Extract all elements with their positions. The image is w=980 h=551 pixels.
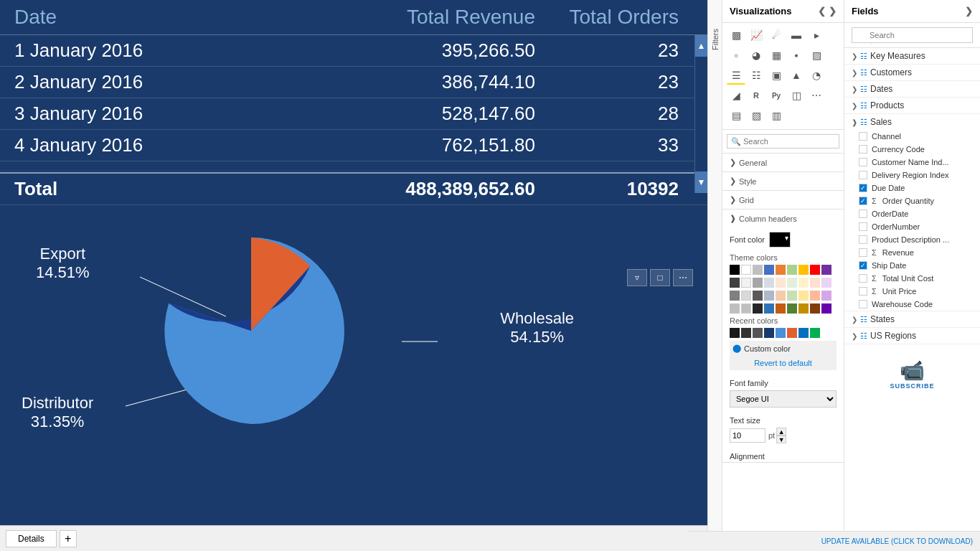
text-size-down[interactable]: ▼: [776, 435, 786, 443]
field-channel-checkbox[interactable]: [859, 132, 867, 141]
viz-icon-custom2[interactable]: ▥: [767, 106, 786, 125]
recent-swatch-1[interactable]: [730, 328, 740, 338]
viz-icon-slicer[interactable]: ▤: [727, 106, 745, 125]
font-color-swatch[interactable]: ▾: [769, 232, 791, 248]
field-delivery-region-checkbox[interactable]: [859, 171, 867, 179]
viz-style-header[interactable]: ❯ Style: [722, 172, 844, 190]
viz-icon-card[interactable]: ▣: [767, 66, 786, 85]
text-size-input[interactable]: [730, 428, 765, 443]
field-delivery-region[interactable]: Delivery Region Index: [844, 169, 980, 182]
swatch-blue[interactable]: [764, 265, 774, 275]
field-channel[interactable]: Channel: [844, 130, 980, 143]
swatch-v2-2[interactable]: [741, 278, 751, 288]
field-order-date[interactable]: OrderDate: [844, 207, 980, 220]
viz-icon-gauge[interactable]: ◔: [807, 66, 826, 85]
revert-to-default-button[interactable]: Revert to default: [730, 356, 837, 370]
viz-icon-line[interactable]: 📈: [747, 26, 765, 44]
field-order-quantity[interactable]: ✓ Σ Order Quantity: [844, 194, 980, 207]
swatch-v2-8[interactable]: [810, 278, 820, 288]
swatch-v2-1[interactable]: [730, 278, 740, 288]
recent-swatch-7[interactable]: [798, 328, 809, 338]
update-bar[interactable]: UPDATE AVAILABLE (CLICK TO DOWNLOAD): [689, 531, 980, 551]
recent-swatch-6[interactable]: [787, 328, 797, 338]
field-revenue[interactable]: Σ Revenue: [844, 246, 980, 259]
field-order-date-checkbox[interactable]: [859, 209, 867, 218]
swatch-v4-7[interactable]: [798, 303, 809, 314]
swatch-purple[interactable]: [821, 265, 831, 275]
viz-icon-more[interactable]: ⋯: [807, 86, 826, 105]
fields-group-sales-header[interactable]: ❱ ☷ Sales: [844, 114, 980, 130]
swatch-v4-3[interactable]: [753, 303, 763, 314]
field-warehouse-code-checkbox[interactable]: [859, 300, 867, 309]
field-customer-name-checkbox[interactable]: [859, 158, 867, 166]
viz-icon-bar[interactable]: ▩: [727, 26, 745, 44]
swatch-v4-2[interactable]: [741, 303, 751, 314]
swatch-black[interactable]: [730, 265, 740, 275]
fields-group-states-header[interactable]: ❯ ☷ States: [844, 311, 980, 327]
fields-collapse-arrow[interactable]: ❯: [965, 6, 973, 17]
subscribe-area[interactable]: 📹 SUBSCRIBE: [890, 359, 934, 390]
viz-icon-treemap[interactable]: ▦: [767, 46, 786, 65]
swatch-v4-1[interactable]: [730, 303, 740, 314]
swatch-v3-9[interactable]: [821, 291, 831, 301]
swatch-v3-6[interactable]: [787, 291, 797, 301]
fields-group-products-header[interactable]: ❯ ☷ Products: [844, 98, 980, 113]
viz-icon-custom1[interactable]: ▧: [747, 106, 765, 125]
viz-search-input[interactable]: [727, 134, 839, 149]
swatch-red[interactable]: [810, 265, 820, 275]
recent-swatch-5[interactable]: [776, 328, 786, 338]
text-size-up[interactable]: ▲: [776, 428, 786, 435]
swatch-v4-9[interactable]: [821, 303, 831, 314]
field-customer-name[interactable]: Customer Name Ind...: [844, 156, 980, 169]
swatch-v3-7[interactable]: [798, 291, 809, 301]
recent-swatch-8[interactable]: [810, 328, 820, 338]
filters-strip[interactable]: Filters: [708, 0, 722, 551]
field-currency-code[interactable]: Currency Code: [844, 143, 980, 156]
swatch-v4-6[interactable]: [787, 303, 797, 314]
field-unit-price-checkbox[interactable]: [859, 287, 867, 296]
scroll-up-button[interactable]: ▲: [695, 35, 707, 57]
swatch-gray[interactable]: [753, 265, 763, 275]
swatch-v4-5[interactable]: [776, 303, 786, 314]
swatch-v2-3[interactable]: [753, 278, 763, 288]
swatch-yellow[interactable]: [798, 265, 809, 275]
scroll-down-button[interactable]: ▼: [695, 171, 707, 193]
fields-group-dates-header[interactable]: ❯ ☷ Dates: [844, 81, 980, 97]
viz-grid-header[interactable]: ❯ Grid: [722, 191, 844, 209]
viz-icon-funnel[interactable]: ◢: [727, 86, 745, 105]
field-order-number-checkbox[interactable]: [859, 222, 867, 231]
scrollbar[interactable]: ▲ ▼: [694, 35, 707, 193]
recent-swatch-4[interactable]: [764, 328, 774, 338]
swatch-orange[interactable]: [776, 265, 786, 275]
viz-icon-table[interactable]: ☰: [727, 66, 745, 85]
fields-group-key-measures-header[interactable]: ❯ ☷ Key Measures: [844, 48, 980, 64]
fields-group-us-regions-header[interactable]: ❯ ☷ US Regions: [844, 328, 980, 344]
swatch-v2-4[interactable]: [764, 278, 774, 288]
field-revenue-checkbox[interactable]: [859, 248, 867, 257]
swatch-v3-1[interactable]: [730, 291, 740, 301]
swatch-white[interactable]: [741, 265, 751, 275]
field-warehouse-code[interactable]: Warehouse Code: [844, 298, 980, 311]
viz-column-headers-header[interactable]: ❱ Column headers: [722, 209, 844, 227]
field-currency-code-checkbox[interactable]: [859, 145, 867, 154]
viz-icon-pie[interactable]: ◕: [747, 46, 765, 65]
swatch-v2-5[interactable]: [776, 278, 786, 288]
viz-icon-matrix[interactable]: ☷: [747, 66, 765, 85]
recent-swatch-2[interactable]: [741, 328, 751, 338]
field-ship-date[interactable]: ✓ Ship Date: [844, 259, 980, 272]
add-tab-button[interactable]: +: [60, 530, 77, 547]
swatch-v3-5[interactable]: [776, 291, 786, 301]
viz-collapse-arrow[interactable]: ❮ ❯: [818, 6, 837, 17]
field-unit-price[interactable]: Σ Unit Price: [844, 285, 980, 298]
field-ship-date-checkbox[interactable]: ✓: [859, 261, 867, 270]
field-total-unit-cost-checkbox[interactable]: [859, 274, 867, 283]
field-order-number[interactable]: OrderNumber: [844, 220, 980, 233]
swatch-v2-9[interactable]: [821, 278, 831, 288]
viz-icon-ribbon[interactable]: ▸: [807, 26, 826, 44]
swatch-v2-6[interactable]: [787, 278, 797, 288]
field-product-desc[interactable]: Product Description ...: [844, 233, 980, 246]
field-product-desc-checkbox[interactable]: [859, 235, 867, 244]
font-family-select[interactable]: Segoe UI: [730, 390, 837, 408]
custom-color-button[interactable]: ⬤ Custom color: [730, 341, 837, 356]
swatch-v4-4[interactable]: [764, 303, 774, 314]
